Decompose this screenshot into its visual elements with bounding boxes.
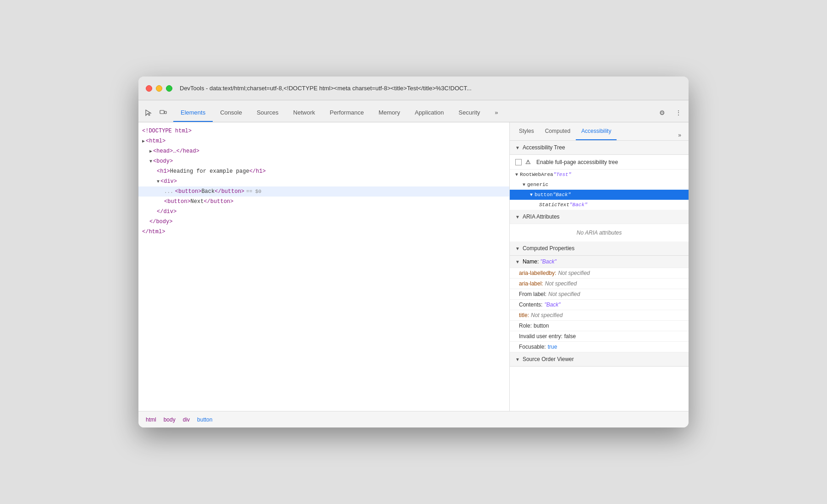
tab-network[interactable]: Network: [286, 104, 323, 122]
computed-name-triangle: ▼: [515, 259, 520, 264]
dom-line-head[interactable]: ▶ <head>…</head>: [138, 146, 509, 156]
enable-a11y-tree-row[interactable]: ⚠ Enable full-page accessibility tree: [510, 155, 689, 170]
tab-memory[interactable]: Memory: [371, 104, 408, 122]
dom-line-button-next[interactable]: <button>Next</button>: [138, 197, 509, 207]
head-tag: <head>…</head>: [153, 148, 199, 154]
no-aria-text: No ARIA attributes: [510, 224, 689, 241]
tab-styles[interactable]: Styles: [513, 123, 540, 140]
button-value: "Back": [553, 192, 571, 197]
body-close-tag: </body>: [149, 219, 172, 225]
button-back-close: </button>: [215, 188, 244, 195]
enable-a11y-checkbox[interactable]: [515, 159, 522, 165]
dom-line-div-close[interactable]: </div>: [138, 207, 509, 217]
enable-a11y-label: Enable full-page accessibility tree: [536, 159, 618, 165]
a11y-node-button[interactable]: ▼ button "Back": [510, 190, 689, 200]
breadcrumb-div[interactable]: div: [181, 416, 192, 424]
tool-buttons: [142, 106, 170, 122]
button-type: button: [535, 192, 553, 197]
aria-attributes-header[interactable]: ▼ ARIA Attributes: [510, 210, 689, 224]
h1-close: </h1>: [249, 168, 266, 175]
prop-contents: Contents: "Back": [510, 300, 689, 310]
dom-line-body-close[interactable]: </body>: [138, 217, 509, 227]
body-triangle[interactable]: ▼: [149, 159, 152, 164]
h1-tag: <h1>: [157, 168, 170, 175]
statictext-value: "Back": [569, 202, 588, 208]
maximize-button[interactable]: [166, 85, 172, 92]
tab-sources[interactable]: Sources: [249, 104, 286, 122]
dom-line-h1[interactable]: <h1>Heading for example page</h1>: [138, 166, 509, 176]
tab-elements[interactable]: Elements: [173, 104, 213, 122]
more-menu-icon[interactable]: ⋮: [672, 106, 685, 119]
right-panel: Styles Computed Accessibility » ▼ Access…: [510, 122, 689, 411]
minimize-button[interactable]: [156, 85, 162, 92]
dom-line-button-back[interactable]: ... <button>Back</button> == $0: [138, 186, 509, 197]
tab-more[interactable]: »: [487, 104, 505, 122]
inspect-element-icon[interactable]: [142, 106, 155, 119]
a11y-node-statictext[interactable]: StaticText "Back": [510, 200, 689, 210]
doctype-tag: <!DOCTYPE html>: [142, 128, 192, 134]
dom-line-div[interactable]: ▼ <div>: [138, 176, 509, 186]
root-value: "Test": [553, 172, 572, 177]
prop-invalid: Invalid user entry: false: [510, 331, 689, 342]
equals-sign: == $0: [246, 189, 261, 194]
accessibility-tree-label: Accessibility Tree: [523, 144, 565, 151]
breadcrumb-html[interactable]: html: [144, 416, 158, 424]
computed-name-value: "Back": [540, 258, 557, 265]
breadcrumb-body[interactable]: body: [162, 416, 177, 424]
tab-performance[interactable]: Performance: [322, 104, 371, 122]
right-tabs: Styles Computed Accessibility »: [510, 122, 689, 141]
source-order-triangle: ▼: [515, 357, 520, 362]
tab-application[interactable]: Application: [408, 104, 452, 122]
dom-line-html-close[interactable]: </html>: [138, 227, 509, 237]
svg-rect-1: [165, 111, 166, 114]
prop-role: Role: button: [510, 321, 689, 331]
html-triangle[interactable]: ▶: [142, 138, 145, 144]
generic-triangle[interactable]: ▼: [523, 182, 525, 187]
contents-value: "Back": [544, 301, 560, 308]
right-tabs-more[interactable]: »: [674, 130, 685, 140]
aria-label-name: aria-label:: [519, 280, 543, 287]
aria-label-value: Not specified: [545, 280, 577, 287]
computed-props-header[interactable]: ▼ Computed Properties: [510, 241, 689, 256]
breadcrumb-button[interactable]: button: [195, 416, 214, 424]
svg-rect-0: [160, 110, 164, 114]
button-back-text: Back: [201, 188, 215, 195]
computed-name-label: Name:: [523, 258, 539, 265]
focusable-name: Focusable:: [519, 344, 546, 350]
root-type: RootWebArea: [520, 172, 553, 177]
computed-name-row: ▼ Name: "Back": [510, 256, 689, 268]
computed-label: Computed Properties: [523, 245, 574, 252]
accessibility-tree-header[interactable]: ▼ Accessibility Tree: [510, 141, 689, 155]
aria-label: ARIA Attributes: [523, 214, 560, 220]
tabbar: Elements Console Sources Network Perform…: [138, 100, 689, 122]
role-value: button: [534, 323, 549, 329]
button-next-tag: <button>: [164, 198, 191, 205]
device-toolbar-icon[interactable]: [157, 106, 170, 119]
button-triangle[interactable]: ▼: [530, 192, 533, 197]
tab-accessibility[interactable]: Accessibility: [576, 123, 617, 140]
contents-name: Contents:: [519, 301, 542, 308]
aria-triangle: ▼: [515, 214, 520, 219]
dom-line-html[interactable]: ▶ <html>: [138, 136, 509, 146]
a11y-node-root[interactable]: ▼ RootWebArea "Test": [510, 170, 689, 180]
main-content: <!DOCTYPE html> ▶ <html> ▶ <head>…</head…: [138, 122, 689, 411]
aria-labelledby-value: Not specified: [558, 270, 590, 276]
prop-title: title: Not specified: [510, 310, 689, 321]
prop-from-label: From label: Not specified: [510, 289, 689, 300]
settings-icon[interactable]: ⚙: [656, 106, 668, 119]
tab-security[interactable]: Security: [451, 104, 487, 122]
root-triangle[interactable]: ▼: [515, 172, 518, 177]
a11y-node-generic[interactable]: ▼ generic: [510, 180, 689, 190]
close-button[interactable]: [146, 85, 152, 92]
titlebar: DevTools - data:text/html;charset=utf-8,…: [138, 77, 689, 100]
div-triangle[interactable]: ▼: [157, 179, 160, 184]
dom-line-doctype[interactable]: <!DOCTYPE html>: [138, 126, 509, 136]
tabbar-actions: ⚙ ⋮: [656, 106, 685, 122]
tab-console[interactable]: Console: [213, 104, 249, 122]
tab-computed[interactable]: Computed: [540, 123, 576, 140]
head-triangle[interactable]: ▶: [149, 148, 152, 154]
source-order-header[interactable]: ▼ Source Order Viewer: [510, 352, 689, 367]
dom-line-body[interactable]: ▼ <body>: [138, 156, 509, 166]
html-close-tag: </html>: [142, 229, 165, 235]
computed-triangle: ▼: [515, 246, 520, 251]
